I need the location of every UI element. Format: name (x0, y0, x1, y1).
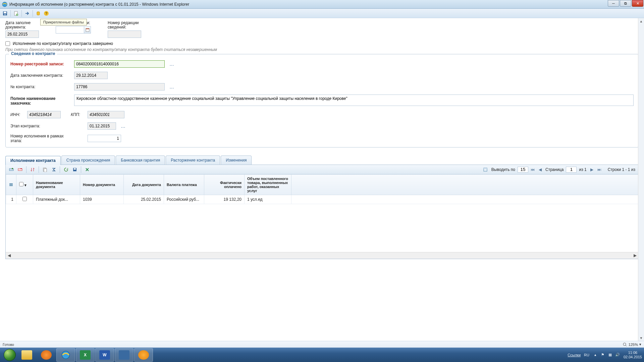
completion-checkbox[interactable] (5, 41, 10, 46)
attach-icon[interactable] (35, 10, 42, 17)
registry-lookup-icon[interactable]: … (169, 61, 174, 67)
completion-label: Исполнение по контракту/этапу контракта … (13, 41, 113, 46)
tray-date: 02.04.2015 (624, 355, 642, 359)
svg-rect-3 (4, 14, 6, 15)
per-page-field[interactable] (518, 167, 528, 173)
tray-icons: ▴ ⚑ ▦ 🔊 (593, 352, 620, 358)
scroll-up-icon[interactable]: ▲ (638, 18, 644, 24)
grid-sum-icon[interactable] (50, 166, 57, 173)
col-doc-name[interactable]: Наименование документа (33, 175, 80, 195)
maximize-button[interactable]: ⧉ (620, 0, 631, 7)
grid-h-scrollbar[interactable]: ◀ ▶ (6, 252, 638, 259)
tab-changes[interactable]: Изменения (221, 156, 252, 165)
minimize-button[interactable]: ─ (608, 0, 619, 7)
grid-settings-icon[interactable] (482, 166, 489, 173)
close-button[interactable]: ✕ (632, 0, 643, 7)
concl-date-field[interactable] (74, 72, 108, 79)
revision-field[interactable] (108, 31, 141, 38)
taskbar-word[interactable]: W (95, 348, 114, 362)
ie-status-bar: Готово 125% ▾ (0, 341, 644, 348)
tray-links[interactable]: Ссылки (568, 353, 581, 357)
col-checkbox[interactable]: ▾ (16, 175, 33, 195)
grid-refresh-icon[interactable] (62, 166, 70, 173)
cell-doc-date: 25.02.2015 (124, 195, 164, 204)
toolbar-sep (10, 10, 11, 17)
kpp-field[interactable] (88, 111, 124, 118)
col-volume[interactable]: Объем поставленного товара, выполненных … (245, 175, 291, 195)
completion-hint: При снятии данного признака исполнение п… (5, 47, 639, 52)
chevron-down-icon[interactable]: ▾ (639, 342, 641, 347)
tab-termination[interactable]: Расторжение контракта (166, 156, 220, 165)
table-row[interactable]: 1 Платежный док... 1039 25.02.2015 Росси… (6, 195, 638, 204)
taskbar-media[interactable] (37, 348, 56, 362)
grid-add-icon[interactable] (8, 166, 15, 173)
customer-field[interactable]: Кировское областное государственное казе… (74, 95, 634, 106)
stage-field[interactable] (88, 122, 116, 130)
svg-rect-6 (37, 12, 40, 15)
col-paid[interactable]: Фактически оплачено (204, 175, 245, 195)
reg-date-field[interactable] (56, 26, 84, 34)
col-doc-num[interactable]: Номер документа (80, 175, 124, 195)
col-doc-date[interactable]: Дата документа (124, 175, 164, 195)
registry-field[interactable] (74, 60, 165, 68)
tray-clock[interactable]: 11:06 02.04.2015 (624, 351, 642, 359)
header-fields: Дата заполнедокумента: Дата регистрации:… (5, 21, 639, 38)
last-page-icon[interactable]: ⏭ (596, 167, 602, 173)
col-menu[interactable] (6, 175, 16, 195)
svg-rect-10 (86, 28, 89, 29)
prev-page-icon[interactable]: ◀ (537, 167, 543, 173)
exec-num-field[interactable] (88, 135, 121, 142)
taskbar-app1[interactable] (115, 348, 133, 362)
scroll-left-icon[interactable]: ◀ (6, 253, 12, 258)
row-checkbox[interactable] (22, 197, 27, 201)
select-all-checkbox[interactable] (19, 182, 23, 186)
grid-save-icon[interactable] (71, 166, 78, 173)
inn-field[interactable] (27, 111, 61, 118)
tray-volume-icon[interactable]: 🔊 (615, 352, 620, 358)
next-page-icon[interactable]: ▶ (589, 167, 595, 173)
contract-num-field[interactable] (74, 83, 165, 90)
col-spare (291, 175, 638, 195)
zoom-icon (623, 342, 627, 347)
tray-flag-icon[interactable]: ⚑ (600, 352, 605, 358)
taskbar-explorer[interactable] (17, 348, 36, 362)
scroll-right-icon[interactable]: ▶ (632, 253, 638, 258)
page-field[interactable] (566, 167, 577, 173)
grid-sort-icon[interactable] (29, 166, 36, 173)
ie-icon (2, 2, 7, 7)
tab-bank-guarantee[interactable]: Банковская гарантия (116, 156, 165, 165)
tray-network-icon[interactable]: ▦ (607, 352, 613, 358)
app-toolbar: ? Прикрепленные файлы (0, 9, 644, 18)
col-currency[interactable]: Валюта платежа (164, 175, 204, 195)
tray-lang[interactable]: RU (584, 353, 589, 357)
contract-num-lookup-icon[interactable]: … (169, 83, 174, 90)
toolbar-sep (21, 10, 22, 17)
stage-lookup-icon[interactable]: … (121, 123, 125, 129)
first-page-icon[interactable]: ⏮ (530, 167, 536, 173)
new-doc-icon[interactable] (12, 10, 20, 17)
tab-execution[interactable]: Исполнение контракта (5, 156, 61, 165)
help-icon[interactable]: ? (43, 10, 50, 17)
forward-icon[interactable] (23, 10, 31, 17)
vertical-scrollbar[interactable]: ▲ ▼ (638, 18, 644, 341)
tab-origin[interactable]: Страна происхождения (61, 156, 115, 165)
tray-time: 11:06 (624, 351, 642, 355)
save-icon[interactable] (1, 10, 9, 17)
calendar-icon[interactable] (84, 26, 91, 34)
taskbar-ie[interactable] (56, 348, 75, 362)
scroll-down-icon[interactable]: ▼ (638, 335, 644, 341)
grid-copy-icon[interactable] (41, 166, 49, 173)
tooltip-attached-files: Прикрепленные файлы (40, 19, 87, 25)
svg-text:?: ? (45, 11, 48, 15)
fill-date-field[interactable] (5, 31, 39, 38)
toolbar-sep (60, 166, 60, 173)
tray-arrow-icon[interactable]: ▴ (593, 352, 598, 358)
zoom-control[interactable]: 125% ▾ (623, 342, 641, 347)
start-button[interactable] (2, 348, 17, 362)
grid-excel-icon[interactable] (84, 166, 91, 173)
system-tray: Ссылки RU ▴ ⚑ ▦ 🔊 11:06 02.04.2015 (568, 351, 642, 359)
taskbar-excel[interactable]: X (76, 348, 95, 362)
taskbar-app2[interactable] (134, 348, 153, 362)
taskbar: X W Ссылки RU ▴ ⚑ ▦ 🔊 11:06 02.04.2015 (0, 348, 644, 362)
grid-delete-icon[interactable] (16, 166, 24, 173)
